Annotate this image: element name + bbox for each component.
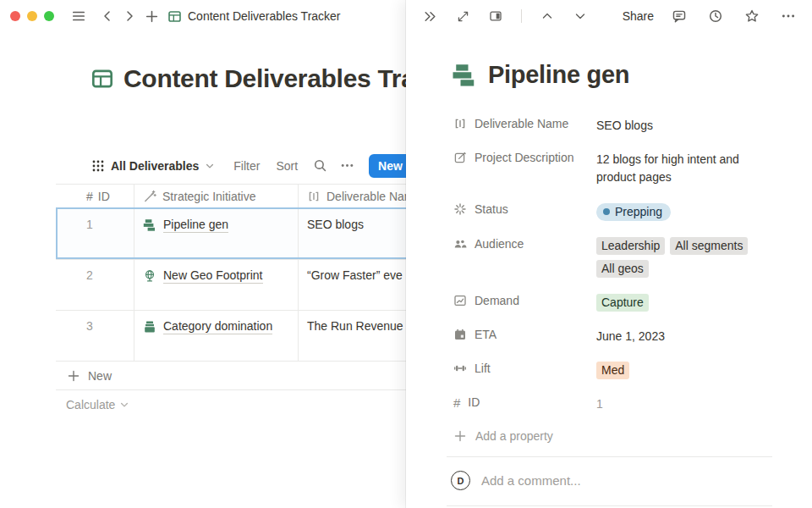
calculate-button[interactable]: Calculate — [56, 390, 129, 418]
text-property-icon — [307, 190, 321, 203]
chevron-down-icon — [205, 161, 215, 171]
comments-button[interactable] — [668, 5, 690, 27]
tag[interactable]: All geos — [596, 260, 649, 278]
property-project-description[interactable]: Project Description 12 blogs for high in… — [453, 146, 792, 190]
side-peek-button[interactable] — [485, 5, 507, 27]
plus-icon — [67, 369, 80, 383]
peek-panel: Share Pipeline gen — [406, 0, 812, 508]
lift-tag[interactable]: Med — [596, 362, 629, 379]
open-full-page-button[interactable] — [452, 5, 474, 27]
sidebar-menu-button[interactable] — [68, 5, 90, 27]
comment-placeholder: Add a comment... — [481, 473, 581, 488]
comment-bubble-icon — [672, 8, 687, 24]
status-spinner-icon — [453, 202, 467, 216]
bar-chart-icon — [143, 218, 156, 232]
cell-strategic-initiative[interactable]: Category domination — [134, 311, 298, 361]
notion-window: Content Deliverables Tracker Content Del… — [0, 0, 812, 508]
share-button[interactable]: Share — [623, 9, 654, 23]
line-chart-icon — [453, 294, 467, 307]
back-button[interactable] — [96, 5, 118, 27]
property-list: Deliverable Name SEO blogs Project Descr… — [453, 113, 792, 447]
add-property-button[interactable]: Add a property — [453, 425, 792, 447]
property-value[interactable]: 1 — [596, 395, 776, 413]
audience-tags: Leadership All segments All geos — [596, 237, 776, 278]
zoom-window-button[interactable] — [44, 11, 54, 21]
search-button[interactable] — [310, 156, 330, 176]
property-value[interactable]: 12 blogs for high intent and product pag… — [596, 151, 776, 186]
minimize-window-button[interactable] — [27, 11, 37, 21]
status-tag[interactable]: Prepping — [596, 203, 671, 221]
updates-button[interactable] — [705, 5, 727, 27]
table-view-icon — [91, 159, 105, 173]
ellipsis-icon — [340, 158, 354, 173]
cell-id[interactable]: 1 — [56, 209, 134, 259]
chevron-left-icon — [101, 9, 114, 23]
column-header-strategic-initiative[interactable]: Strategic Initiative — [134, 185, 298, 208]
page-link[interactable]: Category domination — [143, 319, 272, 334]
comment-input[interactable]: D Add a comment... — [451, 471, 772, 490]
favorite-button[interactable] — [741, 5, 763, 27]
new-tab-button[interactable] — [140, 5, 162, 27]
cell-id[interactable]: 3 — [56, 311, 134, 361]
star-icon — [744, 8, 760, 24]
cell-strategic-initiative[interactable]: Pipeline gen — [134, 209, 298, 259]
page-options-button[interactable] — [777, 5, 799, 27]
view-options-button[interactable] — [337, 156, 357, 176]
previous-record-button[interactable] — [536, 5, 558, 27]
property-lift[interactable]: Lift Med — [453, 357, 792, 384]
sort-button[interactable]: Sort — [276, 159, 298, 173]
view-name: All Deliverables — [111, 159, 199, 173]
forward-button[interactable] — [118, 5, 140, 27]
page-link[interactable]: Pipeline gen — [143, 218, 228, 233]
text-property-icon — [453, 117, 467, 130]
number-property-icon: # — [453, 395, 460, 410]
view-switcher[interactable]: All Deliverables — [91, 159, 215, 173]
demand-tag[interactable]: Capture — [596, 294, 649, 312]
cell-id[interactable]: 2 — [56, 260, 134, 310]
page-link[interactable]: New Geo Footprint — [143, 268, 263, 284]
property-audience[interactable]: Audience Leadership All segments All geo… — [453, 233, 792, 282]
plus-icon — [453, 429, 467, 443]
panel-actions: Share — [623, 5, 799, 27]
user-avatar: D — [451, 471, 470, 490]
chevron-up-icon — [540, 9, 554, 23]
archive-icon — [143, 320, 156, 334]
search-icon — [313, 158, 327, 173]
people-icon — [453, 237, 467, 251]
tag[interactable]: Leadership — [596, 237, 665, 255]
panel-header: Share — [406, 0, 812, 32]
calendar-icon — [453, 328, 467, 341]
dumbbell-icon — [453, 362, 467, 375]
wand-icon — [143, 190, 156, 203]
chevron-down-icon — [119, 400, 129, 410]
close-window-button[interactable] — [10, 11, 20, 21]
property-status[interactable]: Status Prepping — [453, 198, 792, 225]
record-title[interactable]: Pipeline gen — [488, 61, 629, 89]
side-panel-icon — [489, 9, 502, 23]
divider — [521, 9, 522, 23]
divider — [447, 456, 772, 457]
property-deliverable-name[interactable]: Deliverable Name SEO blogs — [453, 113, 792, 139]
double-chevron-right-icon — [423, 9, 437, 24]
close-peek-button[interactable] — [419, 5, 441, 27]
chevron-right-icon — [123, 9, 136, 23]
tag[interactable]: All segments — [670, 237, 748, 255]
clock-icon — [708, 8, 723, 24]
property-eta[interactable]: ETA June 1, 2023 — [453, 323, 792, 350]
view-toolbar: All Deliverables Filter Sort New — [91, 153, 433, 178]
cell-strategic-initiative[interactable]: New Geo Footprint — [134, 260, 298, 310]
expand-icon — [457, 10, 469, 23]
property-demand[interactable]: Demand Capture — [453, 290, 792, 316]
property-value[interactable]: SEO blogs — [596, 117, 776, 135]
window-controls — [10, 11, 54, 21]
column-header-id[interactable]: # ID — [56, 185, 134, 208]
filter-button[interactable]: Filter — [233, 159, 260, 173]
property-value[interactable]: June 1, 2023 — [596, 328, 776, 345]
next-record-button[interactable] — [569, 5, 591, 27]
record-header: Pipeline gen — [452, 61, 629, 89]
number-property-icon: # — [86, 190, 93, 203]
status-dot — [603, 208, 610, 215]
property-id[interactable]: # ID 1 — [453, 391, 792, 417]
document-tab[interactable]: Content Deliverables Tracker — [167, 9, 341, 24]
panel-nav — [419, 5, 591, 27]
